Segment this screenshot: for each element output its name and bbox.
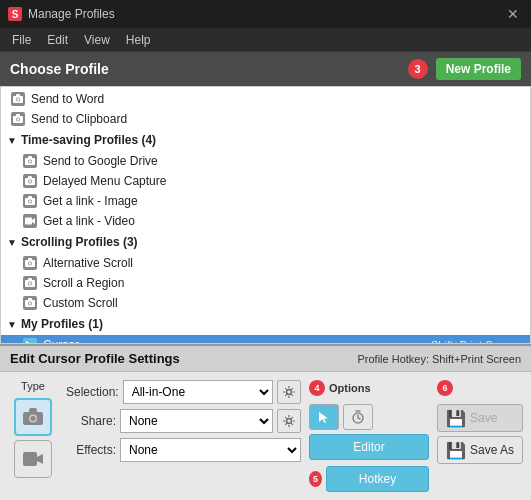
- gear-button-selection[interactable]: [277, 380, 301, 404]
- save-as-icon: 💾: [446, 441, 466, 460]
- type-video-button[interactable]: [14, 440, 52, 478]
- edit-header: Edit Cursor Profile Settings Profile Hot…: [0, 346, 531, 372]
- field-label-share: Share:: [66, 414, 116, 428]
- menu-edit[interactable]: Edit: [39, 31, 76, 49]
- save-label: Save: [470, 411, 497, 425]
- edit-hotkey-text: Profile Hotkey: Shift+Print Screen: [357, 353, 521, 365]
- svg-marker-34: [26, 341, 34, 344]
- cursor-icon: [23, 338, 37, 344]
- svg-marker-43: [319, 412, 328, 423]
- item-label: Get a link - Video: [43, 214, 135, 228]
- camera-icon: [23, 154, 37, 168]
- field-select-selection[interactable]: All-in-One Region Window Full Screen: [123, 380, 273, 404]
- svg-point-3: [17, 98, 19, 100]
- svg-point-29: [29, 282, 31, 284]
- svg-rect-31: [28, 298, 32, 301]
- badge-4: 4: [309, 380, 325, 396]
- title-bar: S Manage Profiles ✕: [0, 0, 531, 28]
- new-profile-button[interactable]: New Profile: [436, 58, 521, 80]
- badge-5: 5: [309, 471, 322, 487]
- shortcut-label: Shift+Print Screen: [431, 339, 520, 344]
- list-item[interactable]: Alternative Scroll: [1, 253, 530, 273]
- menu-file[interactable]: File: [4, 31, 39, 49]
- list-item[interactable]: Get a link - Video: [1, 211, 530, 231]
- badge-6: 6: [437, 380, 453, 396]
- field-row-effects: Effects: None Blur Highlight: [66, 438, 301, 462]
- group-label: Scrolling Profiles (3): [21, 235, 138, 249]
- save-as-label: Save As: [470, 443, 514, 457]
- svg-rect-13: [28, 176, 32, 179]
- field-label-effects: Effects:: [66, 443, 116, 457]
- edit-section: Edit Cursor Profile Settings Profile Hot…: [0, 344, 531, 500]
- edit-body: Type: [0, 372, 531, 500]
- svg-point-11: [29, 160, 31, 162]
- cursor-tool-button[interactable]: [309, 404, 339, 430]
- choose-profile-title: Choose Profile: [10, 61, 109, 77]
- svg-rect-17: [28, 196, 32, 199]
- item-label: Send to Clipboard: [31, 112, 127, 126]
- save-icon: 💾: [446, 409, 466, 428]
- item-label: Send to Google Drive: [43, 154, 158, 168]
- field-label-selection: Selection:: [66, 385, 119, 399]
- field-row-share: Share: None Email Google Drive: [66, 409, 301, 433]
- type-camera-button[interactable]: [14, 398, 52, 436]
- choose-profile-header: Choose Profile 3 New Profile: [0, 52, 531, 86]
- edit-title: Edit Cursor Profile Settings: [10, 351, 180, 366]
- editor-button[interactable]: Editor: [309, 434, 429, 460]
- fields-column: Selection: All-in-One Region Window Full…: [66, 380, 301, 492]
- list-item[interactable]: Get a link - Image: [1, 191, 530, 211]
- item-label: Get a link - Image: [43, 194, 138, 208]
- type-label: Type: [21, 380, 45, 392]
- svg-rect-36: [29, 408, 37, 413]
- group-header-time-saving[interactable]: ▼ Time-saving Profiles (4): [1, 129, 530, 151]
- item-label: Cursor: [43, 338, 79, 344]
- list-item[interactable]: Custom Scroll: [1, 293, 530, 313]
- camera-icon: [23, 296, 37, 310]
- collapse-arrow: ▼: [7, 319, 17, 330]
- group-label: Time-saving Profiles (4): [21, 133, 156, 147]
- profile-list-inner: Send to Word Send to Clipboard ▼ Time-sa…: [1, 87, 530, 344]
- menu-bar: File Edit View Help: [0, 28, 531, 52]
- menu-help[interactable]: Help: [118, 31, 159, 49]
- item-label: Custom Scroll: [43, 296, 118, 310]
- svg-rect-23: [28, 258, 32, 261]
- svg-marker-40: [37, 454, 43, 464]
- options-row-1: [309, 404, 429, 430]
- gear-button-share[interactable]: [277, 409, 301, 433]
- svg-rect-1: [16, 94, 20, 97]
- list-item[interactable]: Send to Word: [1, 89, 530, 109]
- timer-tool-button[interactable]: [343, 404, 373, 430]
- options-label: Options: [329, 382, 371, 394]
- group-header-my-profiles[interactable]: ▼ My Profiles (1): [1, 313, 530, 335]
- collapse-arrow: ▼: [7, 135, 17, 146]
- list-item[interactable]: Send to Google Drive: [1, 151, 530, 171]
- field-select-effects[interactable]: None Blur Highlight: [120, 438, 301, 462]
- save-as-button[interactable]: 💾 Save As: [437, 436, 523, 464]
- camera-icon: [23, 194, 37, 208]
- video-icon: [23, 214, 37, 228]
- list-item[interactable]: Delayed Menu Capture: [1, 171, 530, 191]
- menu-view[interactable]: View: [76, 31, 118, 49]
- app-icon: S: [8, 7, 22, 21]
- profile-list[interactable]: Send to Word Send to Clipboard ▼ Time-sa…: [0, 86, 531, 344]
- save-column: 6 💾 Save 💾 Save As: [437, 380, 523, 492]
- svg-point-25: [29, 262, 31, 264]
- field-select-share[interactable]: None Email Google Drive: [120, 409, 273, 433]
- svg-rect-39: [23, 452, 37, 466]
- svg-rect-9: [28, 156, 32, 159]
- save-button[interactable]: 💾 Save: [437, 404, 523, 432]
- camera-icon: [23, 276, 37, 290]
- header-right: 3 New Profile: [408, 58, 521, 80]
- svg-point-42: [286, 419, 291, 424]
- list-item-cursor[interactable]: Cursor Shift+Print Screen: [1, 335, 530, 344]
- item-label: Send to Word: [31, 92, 104, 106]
- field-row-selection: Selection: All-in-One Region Window Full…: [66, 380, 301, 404]
- list-item[interactable]: Send to Clipboard: [1, 109, 530, 129]
- camera-icon: [23, 256, 37, 270]
- item-label: Alternative Scroll: [43, 256, 133, 270]
- hotkey-button[interactable]: Hotkey: [326, 466, 429, 492]
- group-header-scrolling[interactable]: ▼ Scrolling Profiles (3): [1, 231, 530, 253]
- close-button[interactable]: ✕: [503, 6, 523, 22]
- svg-marker-21: [32, 218, 35, 224]
- list-item[interactable]: Scroll a Region: [1, 273, 530, 293]
